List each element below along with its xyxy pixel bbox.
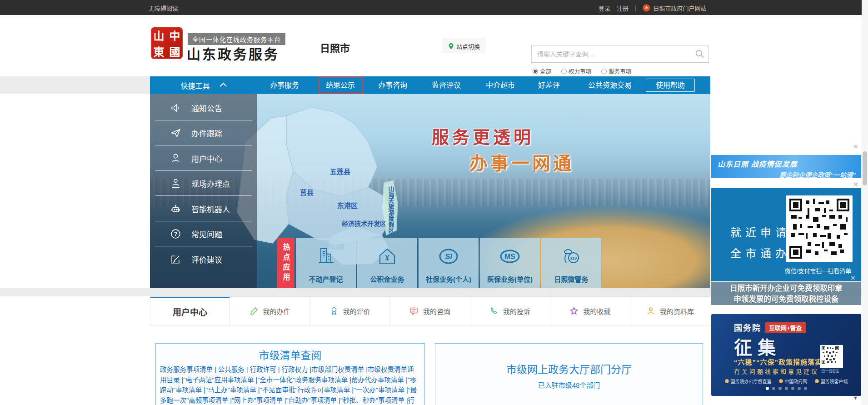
register-link[interactable]: 注册 [617,4,629,12]
nav-item-jiandu-pingyi[interactable]: 监督评议 [432,76,461,94]
user-center-tabs: 用户中心 我的办件 我的评价 我的咨询 我的投诉 我的收藏 我的资料库 [150,296,710,325]
hot-app-police[interactable]: 110 日照微警务 [541,238,601,288]
menu-item-user-center[interactable]: 用户中心 [150,149,257,168]
menu-item-service-points[interactable]: 现场办理点 [150,174,257,193]
ad4-footer-item: 国务院客户端 [821,378,848,385]
carousel-dot-active[interactable] [766,387,769,390]
menu-separator [155,120,252,120]
hot-app-housing-fund[interactable]: ¥ 公积金业务 [357,238,417,288]
accessibility-link[interactable]: 无障碍阅读 [149,4,178,12]
nav-item-banshi-fuwu[interactable]: 办事服务 [270,76,299,94]
tab-user-center[interactable]: 用户中心 [150,297,230,325]
scope-power-items[interactable]: 权力事项 [561,67,591,75]
logo-seal[interactable]: 山 中 東 國 [151,27,183,59]
hot-app-label: 不动产登记 [309,274,343,284]
menu-item-tracking[interactable]: 办件跟踪 [150,123,257,142]
hot-apps-ribbon: 热点应用 [277,238,294,288]
nav-item-gonggong-ziyuan[interactable]: 公共资源交易 [588,76,632,94]
menu-item-feedback[interactable]: 评价建议 [150,250,257,269]
header: 山 中 東 國 全国一体化在线政务服务平台 山东政务服务 日照市 站点切换 全部… [0,15,868,76]
carousel-dot[interactable] [778,387,782,390]
city-name: 日照市 [320,40,350,55]
tab-my-reviews[interactable]: 我的评价 [310,297,390,325]
qr-caption: 微信/支付宝扫一扫看清单 [779,266,857,275]
nav-item-zhongjie-chaoshi[interactable]: 中介超市 [486,76,515,94]
hot-app-label: 公积金业务 [370,274,404,284]
tab-label: 我的办件 [263,306,290,316]
scope-label: 全部 [540,67,551,75]
carousel-dot[interactable] [804,387,807,390]
pencil-icon [249,306,259,315]
radio-icon[interactable] [561,69,567,74]
robot-icon [170,203,181,215]
tab-my-items[interactable]: 我的办件 [230,297,310,325]
nav-item-banshi-zixun[interactable]: 办事咨询 [378,76,407,94]
nav-item-haochaping[interactable]: 好差评 [538,76,560,94]
hall-panel-title[interactable]: 市级网上政务大厅部门分厅 [435,361,703,376]
close-icon[interactable]: × [853,181,858,188]
emblem-dot-icon [779,379,783,383]
person-icon [646,306,655,315]
ad-epidemic-policy-banner[interactable]: 山东日照 战疫情促发展 惠企利企便企政策“一站通” [711,155,861,178]
ribbon-label: 热点应用 [280,243,291,283]
nav-item-jieguo-gongshi[interactable]: 结果公示 [326,76,355,94]
ad3-line2: 申领发票的可免费领取税控设备 [734,294,839,305]
close-icon[interactable]: × [851,275,855,281]
menu-item-robot[interactable]: 智能机器人 [150,199,257,218]
banner-slogan-1: 服务更透明 [432,123,534,148]
nav-quick-tools[interactable]: 快捷工具 [150,76,257,94]
tab-my-documents[interactable]: 我的资料库 [630,297,710,325]
radio-selected-icon[interactable] [533,69,538,74]
hot-app-realestate[interactable]: 不动产登记 [296,238,356,288]
police-110-icon: 110 [560,246,583,267]
scope-label: 权力事项 [569,67,591,75]
edit-icon [170,254,181,265]
tab-my-complaints[interactable]: 我的投诉 [470,297,550,325]
housing-fund-icon: ¥ [376,246,398,267]
list-panel-links[interactable]: 政务服务事项清单 | 公共服务 | 行政许可 | 行政权力 |市级部门权责清单 … [160,365,420,405]
message-icon [409,306,419,315]
tab-my-inquiries[interactable]: 我的咨询 [390,297,470,325]
scope-all[interactable]: 全部 [533,67,551,75]
menu-separator [155,246,252,246]
hot-apps-row: 热点应用 不动产登记 ¥ 公积金业务 [277,238,601,288]
help-button[interactable]: 使用帮助 [646,79,695,92]
menu-item-faq[interactable]: ? 常见问题 [150,224,257,243]
portal-label: 日照市政府门户网站 [653,4,706,12]
ad4-badge: 互联网+督查 [765,322,806,333]
radio-icon[interactable] [601,69,607,74]
hot-app-medical-insurance[interactable]: MS 医保业务(单位) [480,238,540,288]
qr-code-small [820,345,843,368]
ad-state-council-collection[interactable]: 国务院 互联网+督查 征集 “六稳”“六保”政策措施落实 有关问题线索和意见建议… [711,314,861,396]
scope-service-items[interactable]: 服务事项 [601,67,631,75]
page-scrollbar[interactable] [862,0,868,405]
map-label-jingkaiqu: 经济技术开发区 [342,220,386,227]
service-desk-icon [170,178,181,189]
search-input[interactable] [531,45,709,63]
city-list-panel: 市级清单查阅 政务服务事项清单 | 公共服务 | 行政许可 | 行政权力 |市级… [155,343,425,405]
phone-icon [489,306,499,315]
carousel-dot[interactable] [791,387,794,390]
ad2-line1: 就近申请 [730,224,790,240]
hot-app-social-insurance[interactable]: SI 社保业务(个人) [419,238,479,288]
map-label-donggang: 东港区 [337,202,358,210]
carousel-dot[interactable] [785,387,788,390]
tab-my-favorites[interactable]: 我的收藏 [550,297,630,325]
ad-citywide-service-banner[interactable]: 就近申请 全市通办 微信/支付宝扫一扫看清单 [711,188,861,281]
list-panel-title[interactable]: 市级清单查阅 [156,347,424,362]
close-icon[interactable]: × [853,144,858,150]
search-icon[interactable] [695,49,704,59]
ad-new-business-notice[interactable]: 日照市新开办企业可免费领取印章 申领发票的可免费领取税控设备 [711,282,861,305]
site-name[interactable]: 山东政务服务 [187,43,279,63]
portal-link[interactable]: 日照市政府门户网站 [643,4,706,12]
menu-item-notices[interactable]: 通知公告 [150,98,257,117]
qr-code [786,195,853,262]
site-switch-button[interactable]: 站点切换 [443,39,485,53]
carousel-dot[interactable] [772,387,775,390]
scroll-down-icon[interactable]: ▼ [853,395,858,400]
ad4-qr-caption: 扫一扫留言 [816,368,844,373]
login-link[interactable]: 登录 [599,4,610,12]
scrollbar-thumb[interactable] [863,151,867,185]
ad4-footer-item: 国务院办公厅督查室 [731,378,772,385]
carousel-dot[interactable] [798,387,801,390]
